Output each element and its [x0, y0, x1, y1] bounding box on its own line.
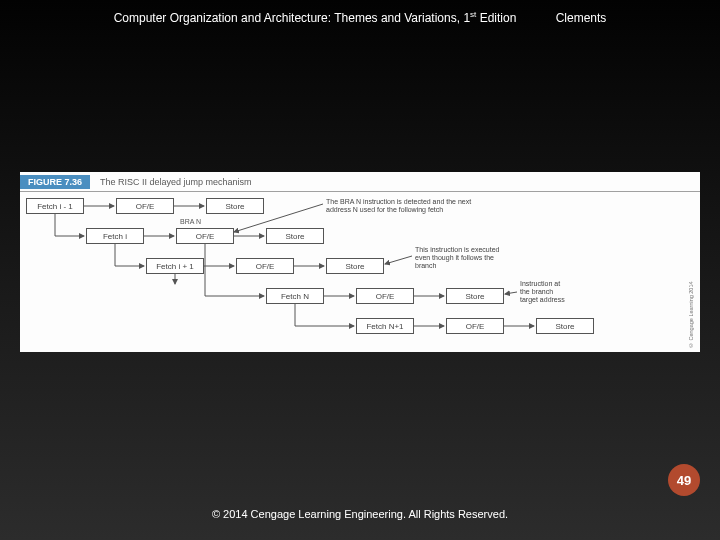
note-executed: This instruction is executed even though… — [415, 246, 565, 270]
stage-store: Store — [266, 228, 324, 244]
stage-fetch: Fetch i + 1 — [146, 258, 204, 274]
note-line: Instruction at — [520, 280, 610, 288]
note-line: address N used for the following fetch — [326, 206, 556, 214]
note-line: branch — [415, 262, 565, 270]
note-target: Instruction at the branch target address — [520, 280, 610, 304]
stage-ofe: OF/E — [236, 258, 294, 274]
bra-label: BRA N — [180, 218, 201, 225]
stage-store: Store — [326, 258, 384, 274]
book-title-post: Edition — [476, 11, 516, 25]
figure-badge: FIGURE 7.36 — [20, 175, 90, 189]
stage-ofe: OF/E — [176, 228, 234, 244]
stage-fetch: Fetch i - 1 — [26, 198, 84, 214]
author: Clements — [556, 11, 607, 25]
note-line: even though it follows the — [415, 254, 565, 262]
note-line: The BRA N instruction is detected and th… — [326, 198, 556, 206]
figure-header: FIGURE 7.36 The RISC II delayed jump mec… — [20, 172, 700, 192]
pipeline-diagram: Fetch i - 1 OF/E Store Fetch i OF/E Stor… — [20, 192, 680, 347]
book-title-pre: Computer Organization and Architecture: … — [114, 11, 470, 25]
slide-header: Computer Organization and Architecture: … — [0, 10, 720, 25]
stage-ofe: OF/E — [356, 288, 414, 304]
stage-fetch: Fetch i — [86, 228, 144, 244]
figure-copyright: © Cengage Learning 2014 — [688, 194, 698, 348]
copyright-footer: © 2014 Cengage Learning Engineering. All… — [0, 508, 720, 520]
page-number-badge: 49 — [668, 464, 700, 496]
note-line: the branch — [520, 288, 610, 296]
stage-ofe: OF/E — [116, 198, 174, 214]
note-line: This instruction is executed — [415, 246, 565, 254]
page-number: 49 — [677, 473, 691, 488]
stage-fetch: Fetch N+1 — [356, 318, 414, 334]
note-detected: The BRA N instruction is detected and th… — [326, 198, 556, 214]
stage-fetch: Fetch N — [266, 288, 324, 304]
figure-caption: The RISC II delayed jump mechanism — [100, 177, 252, 187]
figure-panel: FIGURE 7.36 The RISC II delayed jump mec… — [20, 172, 700, 352]
stage-ofe: OF/E — [446, 318, 504, 334]
stage-store: Store — [536, 318, 594, 334]
stage-store: Store — [206, 198, 264, 214]
note-line: target address — [520, 296, 610, 304]
stage-store: Store — [446, 288, 504, 304]
